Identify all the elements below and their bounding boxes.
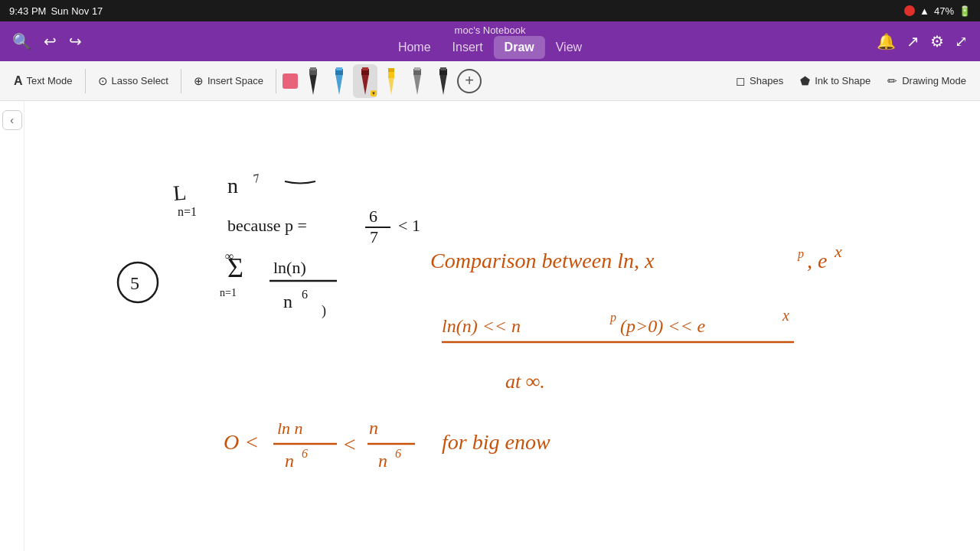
svg-rect-17 (440, 67, 446, 70)
nav-center: moc's Notebook Home Insert Draw View (387, 24, 593, 59)
lasso-select-button[interactable]: ⊙ Lasso Select (90, 70, 176, 93)
svg-text:because  p =: because p = (227, 216, 307, 235)
svg-text:n: n (227, 174, 238, 197)
text-mode-icon: A (14, 74, 23, 88)
svg-text:n=1: n=1 (220, 287, 237, 298)
toolbar: A Text Mode ⊙ Lasso Select ⊕ Insert Spac… (0, 61, 980, 101)
time: 9:43 PM (9, 5, 46, 17)
svg-text:6: 6 (302, 447, 308, 460)
nav-left: 🔍 ↩ ↪ (12, 32, 82, 51)
pen-yellow-highlighter[interactable] (379, 64, 403, 98)
svg-text:ln(n)  <<  n: ln(n) << n (442, 316, 521, 336)
main-area: ‹ L n=1 n 7 because p = 6 7 < 1 (0, 101, 980, 551)
svg-text:(p>0)  <<  e: (p>0) << e (620, 316, 706, 336)
svg-rect-14 (414, 67, 420, 70)
svg-text:x: x (782, 307, 789, 324)
redo-icon[interactable]: ↪ (69, 32, 82, 51)
svg-text:ln(n): ln(n) (273, 258, 306, 277)
battery-level: 47% (934, 5, 954, 17)
insert-space-label: Insert Space (207, 75, 263, 86)
svg-text:n: n (283, 292, 292, 311)
status-left: 9:43 PM Sun Nov 17 (9, 5, 103, 17)
svg-text:7: 7 (370, 227, 378, 246)
collapse-icon[interactable]: ⤢ (955, 32, 968, 51)
search-icon[interactable]: 🔍 (12, 32, 31, 51)
svg-text:ln n: ln n (277, 419, 303, 438)
nav-bar: 🔍 ↩ ↪ moc's Notebook Home Insert Draw Vi… (0, 21, 980, 61)
wifi-icon: ▲ (920, 5, 929, 17)
svg-text:Comparison  between  ln, x: Comparison between ln, x (430, 249, 655, 272)
ink-to-shape-icon: ⬟ (800, 74, 810, 88)
insert-space-icon: ⊕ (194, 74, 204, 88)
canvas-area[interactable]: L n=1 n 7 because p = 6 7 < 1 5 Σ n=1 (24, 101, 980, 551)
ink-to-shape-button[interactable]: ⬟ Ink to Shape (792, 70, 878, 93)
svg-text:7: 7 (253, 171, 261, 185)
svg-text:6: 6 (302, 288, 308, 301)
shapes-label: Shapes (750, 75, 783, 86)
text-mode-label: Text Mode (27, 75, 73, 86)
lasso-select-label: Lasso Select (112, 75, 168, 86)
lasso-icon: ⊙ (98, 74, 108, 88)
svg-text:< 1: < 1 (398, 216, 420, 235)
collapse-button[interactable]: ‹ (2, 110, 22, 130)
notebook-title: moc's Notebook (455, 24, 526, 36)
undo-icon[interactable]: ↩ (44, 32, 57, 51)
svg-marker-9 (388, 77, 394, 95)
pen-black[interactable] (301, 64, 325, 98)
svg-rect-8 (362, 67, 368, 70)
svg-text:p: p (797, 247, 804, 261)
date: Sun Nov 17 (51, 5, 103, 17)
nav-tabs: Home Insert Draw View (387, 36, 593, 59)
sidebar-toggle: ‹ (0, 101, 24, 551)
svg-text:n: n (285, 451, 294, 471)
share-icon[interactable]: ↗ (906, 32, 920, 51)
svg-text:<: < (342, 432, 357, 456)
battery-icon: 🔋 (959, 5, 971, 17)
separator-3 (276, 69, 276, 93)
svg-rect-2 (310, 67, 316, 70)
shapes-button[interactable]: ◻ Shapes (728, 70, 791, 93)
svg-marker-12 (413, 73, 421, 95)
svg-text:n=1: n=1 (178, 205, 197, 218)
status-right: ▲ 47% 🔋 (904, 5, 971, 17)
svg-text:n: n (378, 451, 387, 471)
svg-text:5: 5 (130, 273, 139, 293)
svg-text:, e: , e (807, 249, 827, 272)
nav-right: 🔔 ↗ ⚙ ⤢ (877, 32, 968, 51)
svg-text:∞: ∞ (225, 249, 234, 262)
pen-dark-red[interactable]: ▼ (353, 64, 377, 98)
svg-text:): ) (322, 303, 326, 319)
pen-gray-1[interactable] (405, 64, 430, 98)
svg-text:O <: O < (224, 430, 259, 454)
separator-2 (181, 69, 181, 93)
drawing-mode-button[interactable]: ✏ Drawing Mode (880, 70, 974, 93)
status-bar: 9:43 PM Sun Nov 17 ▲ 47% 🔋 (0, 0, 980, 21)
bell-icon[interactable]: 🔔 (877, 32, 896, 51)
svg-rect-11 (388, 68, 394, 72)
svg-text:6: 6 (369, 207, 377, 226)
add-pen-button[interactable]: + (457, 69, 482, 93)
svg-text:p: p (609, 311, 616, 324)
svg-text:6: 6 (395, 447, 401, 460)
svg-text:L: L (172, 181, 188, 205)
tab-draw[interactable]: Draw (494, 36, 545, 59)
tab-insert[interactable]: Insert (442, 36, 494, 59)
svg-text:for   big   enow: for big enow (442, 430, 550, 454)
svg-marker-15 (439, 73, 447, 95)
separator-1 (85, 69, 86, 93)
insert-space-button[interactable]: ⊕ Insert Space (186, 70, 271, 93)
pen-dark-gray[interactable] (431, 64, 456, 98)
svg-rect-5 (336, 67, 342, 70)
svg-marker-6 (361, 73, 369, 95)
recording-indicator (904, 5, 915, 16)
svg-marker-3 (335, 73, 343, 95)
tab-view[interactable]: View (545, 36, 593, 59)
settings-icon[interactable]: ⚙ (930, 32, 944, 51)
svg-text:at  ∞.: at ∞. (505, 370, 545, 393)
drawing-mode-icon: ✏ (887, 74, 897, 88)
tab-home[interactable]: Home (387, 36, 442, 59)
math-content: L n=1 n 7 because p = 6 7 < 1 5 Σ n=1 (24, 101, 980, 551)
text-mode-button[interactable]: A Text Mode (6, 70, 80, 93)
color-swatch-pink[interactable] (283, 73, 298, 89)
pen-blue[interactable] (327, 64, 351, 98)
